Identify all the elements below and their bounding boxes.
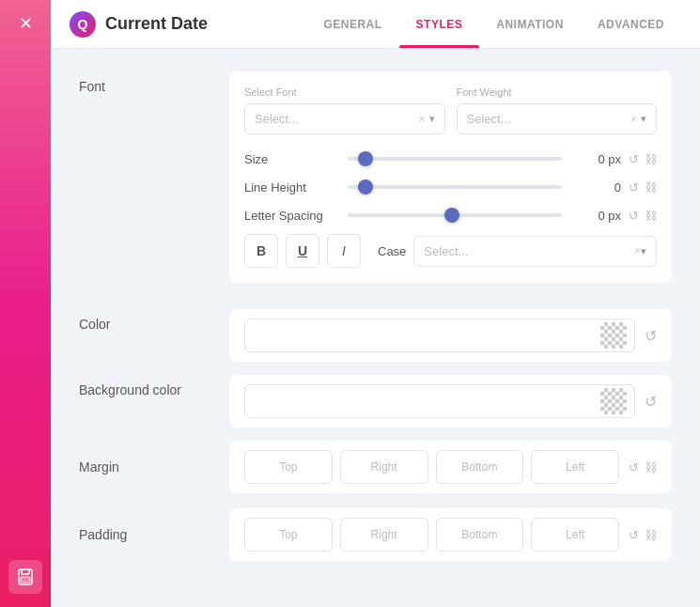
line-height-thumb[interactable] <box>358 179 373 195</box>
font-weight-placeholder: Select... <box>467 112 630 126</box>
line-height-label: Line Height <box>244 180 348 195</box>
clear-font-icon[interactable]: × <box>418 113 425 126</box>
size-icons: ↺ ⛓ <box>629 152 657 166</box>
size-slider[interactable] <box>348 149 562 168</box>
bg-color-content: ↺ <box>229 375 672 428</box>
topbar: Q Current Date GENERAL STYLES ANIMATION … <box>51 0 700 49</box>
margin-reset-icon[interactable]: ↺ <box>629 460 639 475</box>
bg-color-checker-icon <box>600 388 627 414</box>
font-content: Select Font Select... × ▾ Font Weight <box>229 71 672 283</box>
clear-weight-icon[interactable]: × <box>630 113 637 126</box>
size-reset-icon[interactable]: ↺ <box>629 152 639 166</box>
color-checker-icon <box>600 322 627 349</box>
bold-button[interactable]: B <box>244 234 278 268</box>
size-thumb[interactable] <box>358 151 373 166</box>
close-button[interactable]: ✕ <box>19 13 33 34</box>
size-row: Size 0 px ↺ ⛓ <box>244 149 657 168</box>
letter-spacing-track <box>348 213 562 217</box>
case-select[interactable]: Select... × ▾ <box>413 236 657 267</box>
color-section: Color ↺ <box>79 309 672 362</box>
line-height-slider[interactable] <box>348 178 562 196</box>
dropdown-font-icon[interactable]: ▾ <box>429 113 435 125</box>
margin-right-input[interactable]: Right <box>340 450 428 484</box>
padding-top-input[interactable]: Top <box>244 518 333 552</box>
case-label: Case <box>378 244 406 258</box>
select-font-group: Select Font Select... × ▾ <box>244 86 445 134</box>
margin-link-icon[interactable]: ⛓ <box>645 460 657 475</box>
tab-bar: GENERAL STYLES ANIMATION ADVANCED <box>306 0 681 48</box>
background-color-section: Background color ↺ <box>79 375 672 428</box>
padding-content: Top Right Bottom Left ↺ ⛓ <box>229 508 672 561</box>
font-weight-icons: × ▾ <box>630 113 646 126</box>
letter-spacing-reset-icon[interactable]: ↺ <box>629 209 639 223</box>
padding-inputs: Top Right Bottom Left <box>244 518 619 552</box>
margin-inputs: Top Right Bottom Left <box>244 450 619 484</box>
select-font-label: Select Font <box>244 86 445 98</box>
letter-spacing-icons: ↺ ⛓ <box>629 209 657 223</box>
padding-reset-icon[interactable]: ↺ <box>629 528 639 542</box>
font-section: Font Select Font Select... × ▾ <box>79 71 672 283</box>
margin-label: Margin <box>79 459 229 475</box>
tab-advanced[interactable]: ADVANCED <box>581 0 681 48</box>
padding-label: Padding <box>79 527 229 542</box>
save-icon[interactable] <box>8 560 42 594</box>
margin-section: Margin Top Right Bottom Left ↺ ⛓ <box>79 441 672 493</box>
line-height-reset-icon[interactable]: ↺ <box>629 180 639 195</box>
size-label: Size <box>244 152 348 166</box>
font-weight-box[interactable]: Select... × ▾ <box>457 103 658 134</box>
size-link-icon[interactable]: ⛓ <box>645 152 657 166</box>
padding-icons: ↺ ⛓ <box>629 528 657 542</box>
bg-color-label: Background color <box>79 375 229 397</box>
italic-button[interactable]: I <box>327 234 361 268</box>
select-font-icons: × ▾ <box>418 113 434 126</box>
main-panel: Q Current Date GENERAL STYLES ANIMATION … <box>51 0 700 607</box>
dropdown-case-icon[interactable]: ▾ <box>641 245 646 257</box>
clear-case-icon[interactable]: × <box>634 244 641 257</box>
tab-animation[interactable]: ANIMATION <box>479 0 581 48</box>
margin-left-input[interactable]: Left <box>531 450 619 484</box>
letter-spacing-slider[interactable] <box>348 206 562 225</box>
case-placeholder: Select... <box>424 244 634 258</box>
bg-color-reset-icon[interactable]: ↺ <box>645 393 657 411</box>
margin-icons: ↺ ⛓ <box>629 460 657 475</box>
page-title: Current Date <box>105 14 306 34</box>
margin-top-input[interactable]: Top <box>244 450 333 484</box>
color-input[interactable] <box>244 319 635 352</box>
svg-rect-2 <box>21 577 30 583</box>
padding-left-input[interactable]: Left <box>531 518 619 552</box>
select-font-placeholder: Select... <box>255 112 418 126</box>
dropdown-weight-icon[interactable]: ▾ <box>641 113 646 125</box>
letter-spacing-label: Letter Spacing <box>244 209 348 223</box>
font-weight-group: Font Weight Select... × ▾ <box>457 86 658 134</box>
letter-spacing-thumb[interactable] <box>444 208 459 223</box>
line-height-track <box>348 185 562 189</box>
bg-color-input[interactable] <box>244 384 635 418</box>
font-selects-row: Select Font Select... × ▾ Font Weight <box>244 86 657 134</box>
size-track <box>348 157 562 161</box>
margin-bottom-input[interactable]: Bottom <box>436 450 524 484</box>
line-height-link-icon[interactable]: ⛓ <box>645 180 657 195</box>
color-label: Color <box>79 309 229 332</box>
select-font-box[interactable]: Select... × ▾ <box>244 103 445 134</box>
line-height-row: Line Height 0 ↺ ⛓ <box>244 178 657 196</box>
color-reset-icon[interactable]: ↺ <box>645 327 657 345</box>
letter-spacing-value: 0 px <box>569 209 621 223</box>
underline-button[interactable]: U <box>286 234 319 268</box>
letter-spacing-row: Letter Spacing 0 px ↺ ⛓ <box>244 206 657 225</box>
color-content: ↺ <box>229 309 672 362</box>
padding-link-icon[interactable]: ⛓ <box>645 528 657 542</box>
margin-content: Top Right Bottom Left ↺ ⛓ <box>229 441 672 493</box>
font-label: Font <box>79 71 229 94</box>
line-height-value: 0 <box>569 180 621 195</box>
padding-bottom-input[interactable]: Bottom <box>436 518 524 552</box>
sidebar: ✕ <box>0 0 51 607</box>
size-value: 0 px <box>569 152 621 166</box>
tab-general[interactable]: GENERAL <box>306 0 398 48</box>
svg-rect-1 <box>22 569 29 574</box>
content-area: Font Select Font Select... × ▾ <box>51 49 700 607</box>
letter-spacing-link-icon[interactable]: ⛓ <box>645 209 657 223</box>
padding-right-input[interactable]: Right <box>340 518 428 552</box>
font-weight-label: Font Weight <box>457 86 658 98</box>
tab-styles[interactable]: STYLES <box>399 0 480 48</box>
line-height-icons: ↺ ⛓ <box>629 180 657 195</box>
